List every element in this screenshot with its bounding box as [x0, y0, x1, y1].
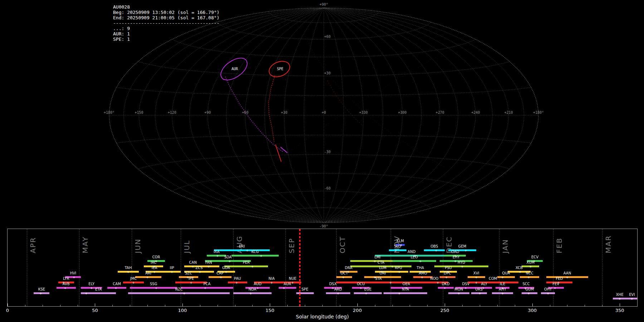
lon-label: +90 [204, 111, 211, 114]
shower-label-AMO: AMO [419, 271, 427, 275]
shower-label-THA: THA [417, 266, 424, 270]
month-label-JUN: JUN [133, 239, 142, 254]
month-label-FEB: FEB [555, 238, 564, 253]
shower-bar-ORI [364, 276, 401, 278]
month-label-JUL: JUL [182, 240, 191, 253]
month-label-SEP: SEP [287, 238, 296, 253]
peak-marker-FEV: + [554, 286, 556, 290]
shower-label-MON: MON [454, 287, 463, 291]
shower-label-SLD: SLD [394, 244, 401, 248]
peak-marker-PCA: + [204, 286, 206, 290]
shower-label-FEV: FEV [552, 282, 559, 286]
shower-label-NCC: NCC [526, 271, 533, 275]
lat-label: -60 [324, 186, 331, 190]
info-panel: AU0028Beg: 20250909 13:50:02 (sol = 166.… [113, 4, 219, 42]
shower-label-RPU: RPU [395, 266, 402, 270]
shower-label-AND: AND [408, 250, 415, 254]
shower-label-CTA: CTA [377, 260, 384, 264]
shower-label-COR: COR [152, 255, 160, 259]
x-tick [462, 305, 463, 306]
x-axis-label: Solar longitude (deg) [8, 314, 637, 319]
x-tick [112, 305, 113, 306]
shower-label-LMI: LMI [374, 255, 380, 259]
x-tick [532, 303, 533, 306]
peak-marker-JMC: + [132, 280, 135, 284]
peak-marker-CAP: + [220, 275, 222, 279]
shower-label-KLM: KLM [396, 239, 404, 243]
peak-marker-OCT: + [342, 275, 345, 279]
shower-label-ILE: ILE [500, 282, 505, 286]
lon-label: +270 [436, 111, 444, 114]
shower-label-PCA: PCA [203, 282, 210, 286]
lon-label: +60 [242, 111, 248, 114]
peak-marker-GUM: + [528, 291, 530, 295]
month-gridline-MAR [602, 229, 602, 306]
peak-marker-NIA: + [270, 280, 273, 284]
shower-label-XCB: XCB [516, 266, 523, 270]
peak-marker-LEO: + [419, 259, 421, 263]
shower-label-GUM: GUM [525, 287, 534, 291]
shower-label-AHY: AHY [499, 287, 506, 291]
x-tick-label: 250 [440, 308, 449, 313]
radiant-drift-solid-AUR [280, 147, 287, 153]
peak-marker-IEA: + [153, 270, 156, 274]
shower-bar-OBS [424, 249, 445, 251]
peak-marker-PAU: + [235, 280, 238, 284]
x-tick [637, 305, 638, 306]
shower-bar-PER [224, 265, 268, 267]
x-tick [25, 305, 25, 306]
shower-label-AVB: AVB [63, 282, 70, 286]
peak-marker-IXA: + [216, 254, 219, 258]
x-tick [375, 305, 375, 306]
x-tick [497, 305, 498, 306]
peak-marker-GDR: + [225, 270, 227, 274]
shower-label-ELY: ELY [88, 282, 94, 286]
x-tick [305, 305, 305, 306]
x-tick-label: 200 [353, 308, 362, 313]
x-tick [165, 305, 165, 306]
lat-label: -90° [319, 224, 328, 228]
shower-label-JMC: JMC [130, 277, 137, 280]
x-tick [410, 305, 410, 306]
peak-marker-EVI: + [631, 297, 633, 301]
shower-label-CAM: CAM [113, 282, 121, 286]
x-tick [78, 305, 78, 306]
meteor-radiant-report: +180°+150+120+90+60+30+0+330+300+270+240… [0, 0, 644, 322]
month-label-APR: APR [29, 237, 37, 253]
peak-marker-DKD: + [444, 286, 446, 290]
peak-marker-SSG: + [155, 286, 157, 290]
peak-marker-PER: + [251, 264, 253, 268]
x-tick [445, 303, 445, 306]
x-tick [147, 305, 148, 306]
shower-label-URS: URS [475, 287, 483, 291]
x-tick [620, 303, 620, 306]
grid-meridian [324, 8, 509, 223]
month-label-MAR: MAR [604, 235, 613, 253]
peak-marker-NTA: + [398, 291, 400, 295]
peak-marker-CTA: + [391, 264, 394, 268]
peak-marker-XUM: + [530, 264, 532, 268]
shower-bar-AUR [279, 287, 296, 289]
shower-label-SPE: SPE [302, 287, 308, 291]
peak-marker-FAN: + [208, 264, 210, 268]
peak-marker-NOO: + [437, 280, 439, 284]
shower-label-XHE: XHE [616, 293, 624, 297]
x-tick-label: 0 [6, 308, 9, 313]
shower-label-HYD: HYD [458, 260, 465, 264]
shower-bar-EGE [354, 292, 382, 294]
peak-marker-DSV: + [465, 286, 467, 290]
month-gridline-OCT [336, 229, 337, 306]
shower-label-EGE: EGE [364, 287, 371, 291]
shower-label-LYR: LYR [63, 277, 69, 280]
month-label-JAN: JAN [501, 239, 509, 253]
shower-bar-SLD [389, 249, 406, 251]
peak-marker-NCC: + [528, 275, 530, 279]
grid-meridian [324, 8, 440, 223]
shower-label-IIP: IIP [170, 266, 174, 270]
peak-marker-ZCS: + [199, 270, 201, 274]
shower-label-FAN: FAN [205, 260, 212, 264]
peak-marker-IPE: + [190, 280, 192, 284]
x-tick [218, 305, 218, 306]
background-curve-red [327, 80, 363, 126]
shower-label-DRA: DRA [345, 266, 352, 270]
